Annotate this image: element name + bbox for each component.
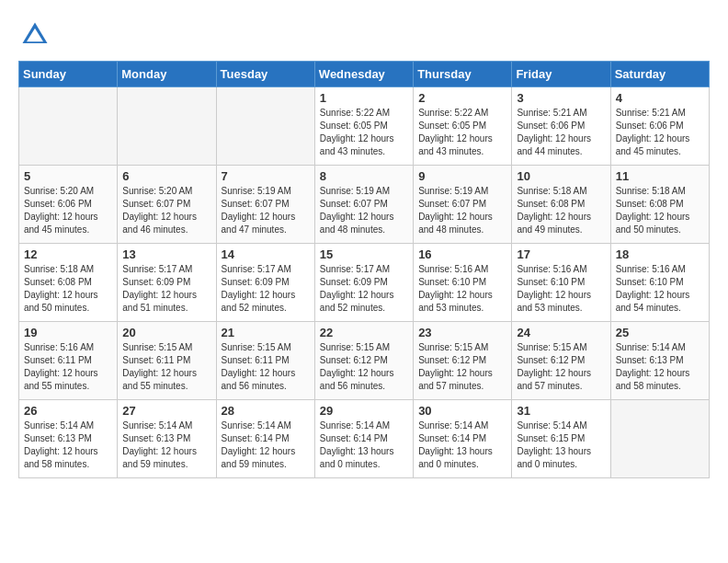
day-info: Sunrise: 5:21 AM Sunset: 6:06 PM Dayligh… — [517, 107, 605, 158]
calendar-week-row: 5Sunrise: 5:20 AM Sunset: 6:06 PM Daylig… — [19, 166, 710, 244]
day-number: 8 — [320, 169, 408, 183]
calendar-cell: 2Sunrise: 5:22 AM Sunset: 6:05 PM Daylig… — [414, 87, 512, 166]
day-info: Sunrise: 5:14 AM Sunset: 6:14 PM Dayligh… — [320, 419, 408, 471]
calendar-week-row: 19Sunrise: 5:16 AM Sunset: 6:11 PM Dayli… — [19, 322, 710, 400]
day-info: Sunrise: 5:14 AM Sunset: 6:13 PM Dayligh… — [24, 419, 112, 471]
calendar-cell: 19Sunrise: 5:16 AM Sunset: 6:11 PM Dayli… — [19, 322, 118, 400]
day-number: 20 — [122, 326, 210, 339]
day-info: Sunrise: 5:17 AM Sunset: 6:09 PM Dayligh… — [320, 263, 408, 315]
day-of-week-header: Saturday — [610, 62, 709, 87]
calendar-cell: 23Sunrise: 5:15 AM Sunset: 6:12 PM Dayli… — [414, 322, 512, 400]
calendar-cell — [610, 400, 709, 478]
day-number: 2 — [418, 91, 506, 105]
day-info: Sunrise: 5:16 AM Sunset: 6:11 PM Dayligh… — [24, 341, 112, 393]
day-info: Sunrise: 5:14 AM Sunset: 6:14 PM Dayligh… — [418, 419, 506, 471]
day-info: Sunrise: 5:18 AM Sunset: 6:08 PM Dayligh… — [24, 263, 112, 315]
day-number: 1 — [320, 91, 408, 105]
day-number: 4 — [616, 91, 704, 105]
day-number: 28 — [222, 404, 310, 418]
calendar-cell — [19, 87, 118, 166]
day-number: 13 — [122, 247, 210, 261]
day-number: 18 — [616, 247, 704, 261]
day-number: 15 — [320, 247, 408, 261]
calendar-cell: 12Sunrise: 5:18 AM Sunset: 6:08 PM Dayli… — [19, 244, 118, 322]
calendar-cell: 5Sunrise: 5:20 AM Sunset: 6:06 PM Daylig… — [19, 166, 118, 244]
calendar-cell: 21Sunrise: 5:15 AM Sunset: 6:11 PM Dayli… — [216, 322, 314, 400]
day-of-week-header: Friday — [512, 62, 610, 87]
day-number: 6 — [122, 169, 210, 183]
day-info: Sunrise: 5:21 AM Sunset: 6:06 PM Dayligh… — [616, 107, 704, 158]
day-number: 17 — [517, 247, 605, 261]
day-info: Sunrise: 5:15 AM Sunset: 6:12 PM Dayligh… — [517, 341, 605, 393]
day-info: Sunrise: 5:18 AM Sunset: 6:08 PM Dayligh… — [517, 185, 605, 236]
day-info: Sunrise: 5:15 AM Sunset: 6:12 PM Dayligh… — [320, 341, 408, 393]
calendar-cell: 11Sunrise: 5:18 AM Sunset: 6:08 PM Dayli… — [610, 166, 709, 244]
day-number: 27 — [122, 404, 210, 418]
calendar-cell: 16Sunrise: 5:16 AM Sunset: 6:10 PM Dayli… — [414, 244, 512, 322]
day-info: Sunrise: 5:15 AM Sunset: 6:12 PM Dayligh… — [418, 341, 506, 393]
day-info: Sunrise: 5:15 AM Sunset: 6:11 PM Dayligh… — [122, 341, 210, 393]
day-number: 29 — [320, 404, 408, 418]
day-number: 21 — [222, 326, 310, 339]
day-number: 11 — [616, 169, 704, 183]
day-number: 30 — [418, 404, 506, 418]
day-info: Sunrise: 5:15 AM Sunset: 6:11 PM Dayligh… — [222, 341, 310, 393]
calendar-cell: 29Sunrise: 5:14 AM Sunset: 6:14 PM Dayli… — [314, 400, 413, 478]
day-number: 26 — [24, 404, 112, 418]
calendar-cell: 4Sunrise: 5:21 AM Sunset: 6:06 PM Daylig… — [610, 87, 709, 166]
day-number: 19 — [24, 326, 112, 339]
calendar-cell: 18Sunrise: 5:16 AM Sunset: 6:10 PM Dayli… — [610, 244, 709, 322]
calendar-cell: 27Sunrise: 5:14 AM Sunset: 6:13 PM Dayli… — [118, 400, 216, 478]
day-number: 7 — [222, 169, 310, 183]
calendar-cell: 9Sunrise: 5:19 AM Sunset: 6:07 PM Daylig… — [414, 166, 512, 244]
day-number: 3 — [517, 91, 605, 105]
calendar-cell: 14Sunrise: 5:17 AM Sunset: 6:09 PM Dayli… — [216, 244, 314, 322]
calendar-cell: 31Sunrise: 5:14 AM Sunset: 6:15 PM Dayli… — [512, 400, 610, 478]
day-info: Sunrise: 5:16 AM Sunset: 6:10 PM Dayligh… — [517, 263, 605, 315]
calendar-cell: 13Sunrise: 5:17 AM Sunset: 6:09 PM Dayli… — [118, 244, 216, 322]
calendar-cell: 6Sunrise: 5:20 AM Sunset: 6:07 PM Daylig… — [118, 166, 216, 244]
day-number: 25 — [616, 326, 704, 339]
logo — [18, 18, 55, 52]
calendar-week-row: 1Sunrise: 5:22 AM Sunset: 6:05 PM Daylig… — [19, 87, 710, 166]
logo-icon — [18, 18, 51, 52]
day-of-week-header: Thursday — [414, 62, 512, 87]
page-header — [18, 18, 710, 52]
calendar-cell: 22Sunrise: 5:15 AM Sunset: 6:12 PM Dayli… — [314, 322, 413, 400]
calendar-cell: 25Sunrise: 5:14 AM Sunset: 6:13 PM Dayli… — [610, 322, 709, 400]
calendar-cell: 10Sunrise: 5:18 AM Sunset: 6:08 PM Dayli… — [512, 166, 610, 244]
calendar-cell: 1Sunrise: 5:22 AM Sunset: 6:05 PM Daylig… — [314, 87, 413, 166]
day-number: 24 — [517, 326, 605, 339]
day-info: Sunrise: 5:19 AM Sunset: 6:07 PM Dayligh… — [222, 185, 310, 236]
calendar-cell — [118, 87, 216, 166]
calendar-cell: 15Sunrise: 5:17 AM Sunset: 6:09 PM Dayli… — [314, 244, 413, 322]
day-number: 14 — [222, 247, 310, 261]
day-number: 22 — [320, 326, 408, 339]
day-info: Sunrise: 5:18 AM Sunset: 6:08 PM Dayligh… — [616, 185, 704, 236]
day-info: Sunrise: 5:14 AM Sunset: 6:14 PM Dayligh… — [222, 419, 310, 471]
day-number: 16 — [418, 247, 506, 261]
calendar-cell: 26Sunrise: 5:14 AM Sunset: 6:13 PM Dayli… — [19, 400, 118, 478]
day-info: Sunrise: 5:17 AM Sunset: 6:09 PM Dayligh… — [122, 263, 210, 315]
day-info: Sunrise: 5:14 AM Sunset: 6:13 PM Dayligh… — [616, 341, 704, 393]
day-info: Sunrise: 5:16 AM Sunset: 6:10 PM Dayligh… — [418, 263, 506, 315]
calendar-table: SundayMondayTuesdayWednesdayThursdayFrid… — [18, 61, 710, 478]
calendar-cell: 7Sunrise: 5:19 AM Sunset: 6:07 PM Daylig… — [216, 166, 314, 244]
day-number: 9 — [418, 169, 506, 183]
calendar-cell: 24Sunrise: 5:15 AM Sunset: 6:12 PM Dayli… — [512, 322, 610, 400]
day-info: Sunrise: 5:17 AM Sunset: 6:09 PM Dayligh… — [222, 263, 310, 315]
day-of-week-header: Sunday — [19, 62, 118, 87]
calendar-week-row: 12Sunrise: 5:18 AM Sunset: 6:08 PM Dayli… — [19, 244, 710, 322]
calendar-cell: 30Sunrise: 5:14 AM Sunset: 6:14 PM Dayli… — [414, 400, 512, 478]
day-number: 10 — [517, 169, 605, 183]
day-info: Sunrise: 5:20 AM Sunset: 6:06 PM Dayligh… — [24, 185, 112, 236]
calendar-week-row: 26Sunrise: 5:14 AM Sunset: 6:13 PM Dayli… — [19, 400, 710, 478]
day-info: Sunrise: 5:22 AM Sunset: 6:05 PM Dayligh… — [320, 107, 408, 158]
day-number: 5 — [24, 169, 112, 183]
calendar-header-row: SundayMondayTuesdayWednesdayThursdayFrid… — [19, 62, 710, 87]
calendar-cell: 28Sunrise: 5:14 AM Sunset: 6:14 PM Dayli… — [216, 400, 314, 478]
day-info: Sunrise: 5:14 AM Sunset: 6:15 PM Dayligh… — [517, 419, 605, 471]
calendar-cell: 20Sunrise: 5:15 AM Sunset: 6:11 PM Dayli… — [118, 322, 216, 400]
day-info: Sunrise: 5:19 AM Sunset: 6:07 PM Dayligh… — [418, 185, 506, 236]
day-info: Sunrise: 5:14 AM Sunset: 6:13 PM Dayligh… — [122, 419, 210, 471]
